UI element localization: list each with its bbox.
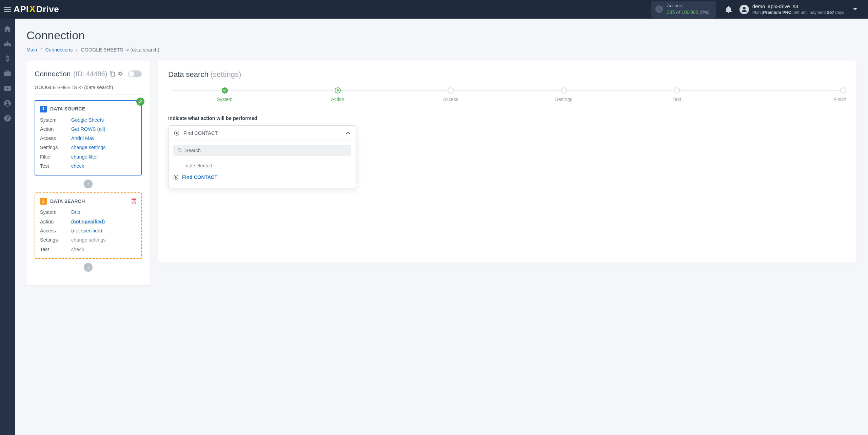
add-block-button[interactable]: + — [84, 180, 93, 188]
connection-sidebar-card: Connection (ID: 44486) GOOGLE SHEETS -> … — [26, 61, 150, 285]
action-prompt-label: Indicate what action will be performed — [168, 115, 846, 122]
nav-connections[interactable] — [0, 37, 15, 50]
source-access-link[interactable]: Andrii Mav — [71, 136, 95, 141]
nav-business[interactable] — [0, 67, 15, 80]
action-option-find-contact[interactable]: Find CONTACT — [173, 171, 351, 183]
row-label: Access — [40, 135, 69, 142]
menu-toggle-button[interactable] — [0, 0, 15, 19]
crumb-connections[interactable]: Connections — [45, 47, 73, 53]
block-title-data-search: DATA SEARCH — [50, 198, 85, 205]
row-label: Settings — [40, 144, 69, 151]
dropdown-search-input[interactable] — [185, 148, 347, 153]
action-select-value: Find CONTACT — [183, 130, 218, 137]
action-select-toggle[interactable]: Find CONTACT — [169, 126, 356, 141]
connection-card-title: Connection — [35, 69, 71, 79]
logo-text-api: API — [14, 3, 29, 15]
row-label: Filter — [40, 153, 69, 160]
source-filter-link[interactable]: change filter — [71, 154, 98, 160]
source-system-link[interactable]: Google Sheets — [71, 117, 104, 123]
row-label: System — [40, 209, 69, 215]
check-icon — [138, 100, 142, 103]
row-label: Access — [40, 227, 69, 234]
connection-subtitle: GOOGLE SHEETS -> (data search) — [35, 84, 142, 95]
panel-subtitle: (settings) — [211, 70, 241, 79]
check-icon — [223, 89, 226, 92]
search-action-link[interactable]: (not specified) — [71, 219, 105, 224]
actions-label: Actions: — [667, 3, 710, 9]
search-icon — [177, 148, 182, 153]
add-block-button[interactable]: + — [84, 263, 93, 272]
youtube-icon — [4, 86, 11, 91]
nav-home[interactable] — [0, 22, 15, 36]
step-action[interactable]: Action — [281, 87, 394, 103]
gear-icon[interactable] — [118, 71, 123, 77]
wizard-stepper: System Action Access Settings Test — [168, 87, 846, 103]
source-test-link[interactable]: check — [71, 163, 84, 169]
action-option-none[interactable]: - not selected - — [173, 160, 351, 171]
step-label: Test — [672, 96, 681, 103]
data-source-block[interactable]: 1 DATA SOURCE System Google Sheets Actio… — [35, 100, 142, 176]
crumb-current: GOOGLE SHEETS -> (data search) — [81, 47, 159, 53]
source-action-link[interactable]: Get ROWS (all) — [71, 126, 105, 132]
source-settings-link[interactable]: change settings — [71, 145, 106, 150]
row-label: Action — [40, 218, 69, 225]
user-menu[interactable]: demo_apix-drive_s3 Plan |Premium PRO| le… — [739, 3, 844, 16]
sitemap-icon — [4, 41, 11, 47]
nav-billing[interactable] — [0, 52, 15, 65]
page-title: Connection — [26, 27, 856, 44]
step-test[interactable]: Test — [620, 87, 733, 103]
copy-icon[interactable] — [110, 71, 115, 77]
chevron-up-icon — [346, 131, 351, 134]
notifications-button[interactable] — [723, 6, 735, 13]
search-test-text: check — [71, 247, 84, 252]
action-select[interactable]: Find CONTACT - not selected - Find CONTA… — [168, 125, 356, 188]
top-header: APIXDrive i Actions: 385 of 100'000 (0%)… — [0, 0, 868, 19]
nav-help[interactable] — [0, 111, 15, 125]
step-label: Access — [443, 96, 458, 103]
question-icon — [4, 115, 11, 122]
user-plan: Plan |Premium PRO| left until payment 26… — [752, 10, 844, 16]
block-number-1: 1 — [40, 106, 47, 112]
connection-id: (ID: 44486) — [73, 69, 107, 79]
actions-counter[interactable]: i Actions: 385 of 100'000 (0%) — [651, 1, 716, 18]
panel-title: Data search — [168, 70, 209, 79]
data-search-block[interactable]: 2 DATA SEARCH System Drip Action (not sp… — [35, 192, 142, 258]
step-label: Action — [331, 96, 344, 103]
crumb-main[interactable]: Main — [26, 47, 37, 53]
svg-rect-1 — [4, 9, 11, 10]
user-name: demo_apix-drive_s3 — [752, 3, 844, 10]
bell-icon — [726, 6, 732, 13]
briefcase-icon — [4, 70, 11, 77]
trash-icon — [132, 199, 136, 204]
block-title-data-source: DATA SOURCE — [50, 106, 85, 112]
search-access-link[interactable]: (not specified) — [71, 228, 102, 233]
status-ok-badge — [136, 98, 144, 106]
dropdown-searchbox[interactable] — [173, 145, 351, 156]
row-label: Test — [40, 163, 69, 169]
search-system-link[interactable]: Drip — [71, 209, 80, 215]
chevron-down-icon — [853, 8, 857, 11]
user-icon — [741, 6, 747, 13]
avatar — [739, 5, 749, 14]
user-menu-chevron[interactable] — [848, 8, 862, 11]
step-access[interactable]: Access — [394, 87, 507, 103]
nav-account[interactable] — [0, 97, 15, 110]
side-rail — [0, 19, 15, 435]
step-system[interactable]: System — [168, 87, 281, 103]
hamburger-icon — [4, 7, 11, 12]
step-label: System — [217, 96, 233, 103]
brand-logo[interactable]: APIXDrive — [14, 3, 59, 15]
actions-values: 385 of 100'000 (0%) — [667, 9, 710, 16]
main-content: Connection Main / Connections / GOOGLE S… — [15, 19, 868, 435]
home-icon — [4, 26, 11, 32]
dollar-icon — [5, 55, 9, 62]
play-circle-icon — [173, 174, 179, 180]
step-label: Settings — [555, 96, 572, 103]
step-settings[interactable]: Settings — [507, 87, 620, 103]
logo-text-drive: Drive — [36, 3, 59, 15]
delete-block-button[interactable] — [132, 199, 136, 204]
step-finish[interactable]: Finish — [733, 87, 846, 103]
row-label: Action — [40, 126, 69, 132]
connection-enabled-toggle[interactable] — [128, 70, 142, 77]
nav-video[interactable] — [0, 82, 15, 95]
